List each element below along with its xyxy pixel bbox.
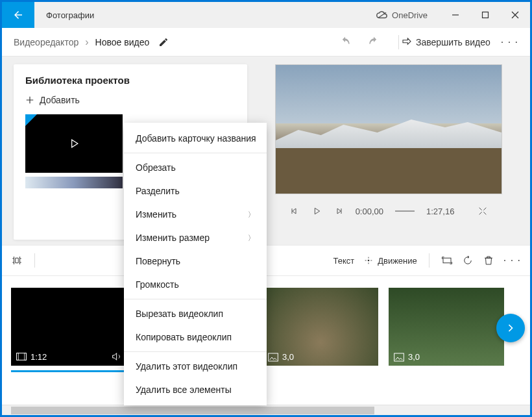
cloud-icon [376,11,388,19]
step-forward-icon [333,206,344,216]
image-clip-icon [268,353,278,362]
export-icon [402,37,412,47]
video-preview[interactable] [275,64,502,194]
ctx-cut-clip[interactable]: Вырезать видеоклип [124,302,267,325]
ctx-separator [124,153,267,153]
arrow-left-icon [12,9,24,21]
ctx-add-title-card[interactable]: Добавить карточку названия [124,127,267,150]
context-menu: Добавить карточку названия Обрезать Разд… [124,123,267,405]
ctx-volume[interactable]: Громкость [124,273,267,296]
undo-button[interactable] [339,36,352,49]
image-clip-icon [394,353,404,362]
minimize-icon [452,11,459,19]
library-thumbnail[interactable] [25,114,123,173]
finish-video-label: Завершить видео [416,37,490,47]
text-label: Текст [333,256,354,266]
ctx-separator [124,351,267,352]
pencil-icon [158,37,169,47]
clip-duration: 3,0 [408,352,420,362]
speaker-icon [111,351,121,362]
ctx-label: Удалить этот видеоклип [136,361,237,372]
library-thumbnail-small[interactable] [25,177,123,188]
storyboard-clip[interactable]: 3,0 [263,288,378,366]
storyboard-clip[interactable]: 3,0 [389,288,504,366]
svg-point-7 [368,260,370,262]
svg-rect-9 [17,353,27,360]
play-icon [67,137,80,150]
command-bar: Видеоредактор › Новое видео Завершить ви… [2,28,530,57]
ctx-separator [124,299,267,299]
chevron-right-icon: › [85,36,88,48]
ctx-delete-all[interactable]: Удалить все элементы [124,378,267,401]
svg-rect-13 [269,353,278,361]
chevron-right-icon [504,322,517,335]
text-button[interactable]: Текст [333,256,354,266]
prev-frame-button[interactable] [289,206,300,216]
titlebar: Фотографии OneDrive [2,2,530,28]
undo-icon [339,36,352,49]
maximize-icon [481,11,489,19]
aspect-icon [441,255,453,266]
rename-button[interactable] [158,37,169,47]
ctx-label: Громкость [136,279,179,290]
onedrive-button[interactable]: OneDrive [376,10,428,20]
breadcrumb-root[interactable]: Видеоредактор [14,37,79,47]
ctx-label: Изменить размер [136,233,210,243]
preview-area: 0:00,00 1:27,16 [259,64,518,240]
active-clip-indicator [11,370,127,372]
chevron-right-icon: 〉 [248,233,255,243]
clip-duration: 3,0 [282,352,294,362]
rotate-icon [462,255,474,266]
more-button[interactable]: · · · [501,36,518,48]
svg-rect-2 [483,12,489,18]
ctx-label: Обрезать [136,162,176,173]
toolbar-more-button[interactable]: · · · [503,255,521,266]
time-total: 1:27,16 [426,207,454,216]
ctx-label: Изменить [136,209,176,220]
maximize-button[interactable] [470,2,500,28]
video-clip-icon [16,353,27,360]
fullscreen-button[interactable] [478,206,488,216]
add-media-button[interactable]: Добавить [25,95,236,105]
close-button[interactable] [500,2,530,28]
redo-button[interactable] [367,36,380,49]
breadcrumb-current[interactable]: Новое видео [95,37,150,47]
redo-icon [367,36,380,49]
ctx-trim[interactable]: Обрезать [124,156,267,179]
finish-video-button[interactable]: Завершить видео [402,37,490,47]
rotate-button[interactable] [462,255,474,266]
next-frame-button[interactable] [333,206,344,216]
selected-corner-icon [25,114,37,126]
delete-button[interactable] [483,255,494,266]
ctx-change[interactable]: Изменить〉 [124,203,267,226]
scroll-next-button[interactable] [496,314,525,342]
step-back-icon [289,206,300,216]
trash-icon [483,255,494,266]
onedrive-label: OneDrive [392,10,428,20]
ctx-resize[interactable]: Изменить размер〉 [124,226,267,249]
time-separator [395,210,415,212]
library-title: Библиотека проектов [25,75,236,86]
ctx-split[interactable]: Разделить [124,179,267,203]
play-icon [311,206,322,216]
minimize-button[interactable] [441,2,470,28]
svg-rect-8 [443,258,451,263]
motion-button[interactable]: Движение [363,255,417,266]
ctx-delete-clip[interactable]: Удалить этот видеоклип [124,355,267,378]
fullscreen-icon [478,206,488,216]
storyboard-clip[interactable]: 1:12 [11,288,127,366]
motion-label: Движение [378,256,417,266]
horizontal-scrollbar[interactable] [2,405,530,415]
trim-button[interactable] [11,255,23,266]
play-button[interactable] [311,206,322,216]
ctx-label: Вырезать видеоклип [136,309,223,319]
time-current: 0:00,00 [356,207,383,216]
ctx-copy-clip[interactable]: Копировать видеоклип [124,325,267,349]
aspect-button[interactable] [441,255,453,266]
app-title: Фотографии [46,10,94,20]
trim-icon [11,255,23,266]
ctx-label: Копировать видеоклип [136,332,232,342]
scrollbar-thumb[interactable] [11,407,374,414]
ctx-rotate[interactable]: Повернуть [124,249,267,273]
back-button[interactable] [2,2,34,28]
